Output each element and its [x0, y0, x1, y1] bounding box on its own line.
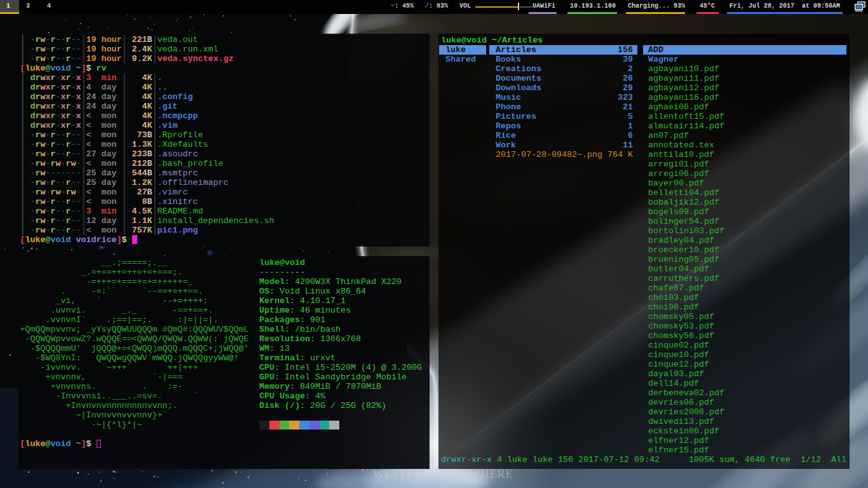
svg-text:GUCKEN.DEVIANTART.COM: GUCKEN.DEVIANTART.COM [399, 478, 478, 484]
